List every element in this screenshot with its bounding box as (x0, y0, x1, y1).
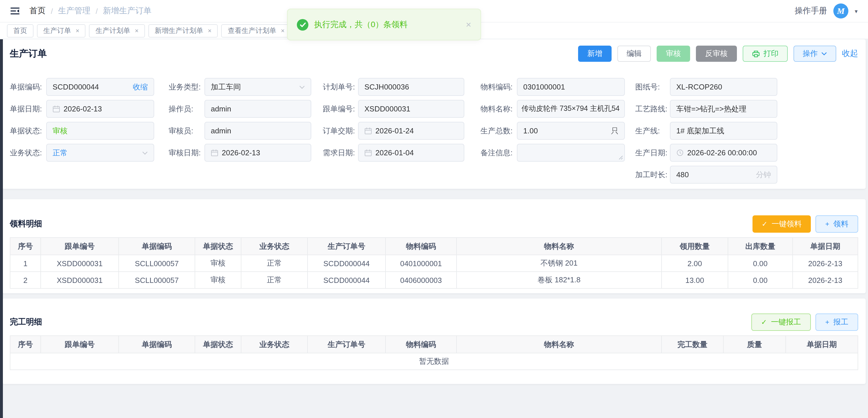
menu-fold-icon[interactable] (10, 7, 20, 15)
shrink-link[interactable]: 收缩 (133, 82, 148, 92)
doc-status-input[interactable]: 审核 (46, 122, 154, 140)
order-form: 单据编码: SCDD000044 收缩 单据日期: 2026-02-13 (2, 78, 866, 189)
close-icon[interactable]: × (135, 27, 138, 34)
one-click-report-button[interactable]: ✓ 一键报工 (751, 314, 811, 331)
add-report-button[interactable]: + 报工 (815, 314, 858, 331)
prod-date-input[interactable]: 2026-02-26 00:00:00 (670, 144, 777, 162)
follow-no-label: 跟单编号: (323, 104, 358, 114)
biz-type-select[interactable]: 加工车间 (205, 78, 311, 96)
col-header: 序号 (10, 336, 41, 353)
drawing-no-input[interactable]: XL-RCOP260 (670, 78, 777, 96)
print-label: 打印 (764, 49, 778, 59)
printer-icon (752, 50, 760, 58)
cell-order-no: SCDD000044 (308, 271, 385, 288)
cell-material-code: 0401000001 (385, 255, 457, 271)
tab-label: 查看生产计划单 (228, 26, 276, 35)
material-name-input[interactable]: 传动皮轮件 735×794 主机孔54 (517, 100, 625, 118)
demand-date-input[interactable]: 2026-01-04 (358, 144, 464, 162)
close-icon[interactable]: × (76, 27, 80, 34)
cell-doc-code-link[interactable]: SCLL000057 (119, 271, 195, 288)
tab-label: 生产订单 (43, 26, 71, 35)
tab-view-production-plan[interactable]: 查看生产计划单 × (221, 24, 291, 37)
tab-home[interactable]: 首页 (7, 24, 33, 37)
process-route-label: 工艺路线: (635, 104, 670, 114)
remark-textarea[interactable] (517, 144, 625, 162)
doc-date-input[interactable]: 2026-02-13 (46, 100, 154, 118)
button-label: 报工 (833, 317, 848, 327)
one-click-requisition-button[interactable]: ✓ 一键领料 (752, 215, 811, 233)
col-header: 物料名称 (457, 237, 661, 255)
prod-date-label: 生产日期: (635, 148, 670, 158)
biz-status-label: 业务状态: (10, 148, 46, 158)
doc-status-label: 单据状态: (10, 126, 46, 136)
tab-production-order[interactable]: 生产订单 × (37, 24, 86, 37)
cell-doc-code-link[interactable]: SCLL000057 (119, 255, 195, 271)
cell-out-qty: 0.00 (728, 271, 793, 288)
plus-icon: + (825, 319, 829, 326)
material-code-input[interactable]: 0301000001 (517, 78, 625, 96)
finish-detail-card: 完工明细 ✓ 一键报工 + 报工 (2, 298, 866, 384)
remark-label: 备注信息: (480, 148, 517, 158)
close-icon[interactable]: × (208, 27, 212, 34)
col-header: 单据日期 (793, 237, 858, 255)
follow-no-input[interactable]: XSDD000031 (358, 100, 464, 118)
process-time-input[interactable]: 480 分钟 (670, 166, 777, 184)
print-button[interactable]: 打印 (743, 45, 788, 62)
add-button[interactable]: 新增 (578, 45, 612, 62)
close-icon[interactable]: × (466, 20, 471, 29)
avatar[interactable]: M (833, 3, 848, 19)
more-actions-button[interactable]: 操作 (794, 45, 836, 62)
demand-date-label: 需求日期: (323, 148, 358, 158)
follow-no-value: XSDD000031 (364, 104, 458, 113)
success-check-icon (297, 19, 308, 30)
doc-date-label: 单据日期: (10, 104, 46, 114)
more-label: 操作 (803, 49, 818, 59)
tab-label: 首页 (13, 26, 27, 35)
empty-row: 暂无数据 (10, 353, 858, 370)
cell-material-name: 卷板 182*1.8 (457, 271, 661, 288)
cell-doc-status: 审核 (195, 255, 241, 271)
col-header: 质量 (723, 336, 786, 353)
auditor-label: 审核员: (168, 126, 205, 136)
auditor-input[interactable]: admin (205, 122, 311, 140)
col-header: 物料编码 (385, 336, 457, 353)
breadcrumb-separator: / (51, 7, 53, 15)
biz-status-select[interactable]: 正常 (46, 144, 154, 162)
audit-date-input[interactable]: 2026-02-13 (205, 144, 311, 162)
tab-production-plan[interactable]: 生产计划单 × (89, 24, 145, 37)
operator-value: admin (211, 104, 305, 113)
edit-button[interactable]: 编辑 (617, 45, 651, 62)
operator-input[interactable]: admin (205, 100, 311, 118)
table-row: 2 XSDD000031 SCLL000057 审核 正常 SCDD000044… (10, 271, 858, 288)
manual-link[interactable]: 操作手册 (795, 6, 827, 16)
toolbar: 新增 编辑 审核 反审核 打印 操作 (578, 45, 858, 62)
chevron-down-icon[interactable]: ▾ (855, 8, 858, 14)
cell-out-qty: 0.00 (728, 255, 793, 271)
doc-code-input[interactable]: SCDD000044 收缩 (46, 78, 154, 96)
plan-no-input[interactable]: SCJH000036 (358, 78, 464, 96)
breadcrumb-home[interactable]: 首页 (29, 6, 45, 16)
breadcrumb: 首页 / 生产管理 / 新增生产订单 (29, 6, 152, 16)
col-header: 业务状态 (241, 336, 308, 353)
material-table: 序号 跟单编号 单据编码 单据状态 业务状态 生产订单号 物料编码 物料名称 领… (10, 237, 858, 289)
close-icon[interactable]: × (281, 27, 285, 34)
collapse-panel-link[interactable]: 收起 (842, 49, 858, 59)
cell-seq: 2 (10, 271, 41, 288)
add-requisition-button[interactable]: + 领料 (815, 215, 858, 233)
resize-handle-icon[interactable] (619, 155, 623, 160)
cell-biz-status: 正常 (241, 255, 308, 271)
finish-table: 序号 跟单编号 单据编码 单据状态 业务状态 生产订单号 物料编码 物料名称 完… (10, 335, 858, 370)
breadcrumb-production-mgmt[interactable]: 生产管理 (58, 6, 90, 16)
cell-doc-status: 审核 (195, 271, 241, 288)
unaudit-button[interactable]: 反审核 (696, 45, 737, 62)
order-due-input[interactable]: 2026-01-24 (358, 122, 464, 140)
prod-line-input[interactable]: 1# 底架加工线 (670, 122, 777, 140)
total-qty-input[interactable]: 1.00 只 (517, 122, 625, 140)
process-route-input[interactable]: 车钳=>钻孔=>热处理 (670, 100, 777, 118)
total-qty-label: 生产总数: (480, 126, 517, 136)
cell-seq: 1 (10, 255, 41, 271)
audit-button[interactable]: 审核 (657, 45, 690, 62)
audit-date-value: 2026-02-13 (222, 149, 305, 157)
tab-new-production-plan[interactable]: 新增生产计划单 × (148, 24, 218, 37)
cell-follow-no: XSDD000031 (41, 255, 119, 271)
